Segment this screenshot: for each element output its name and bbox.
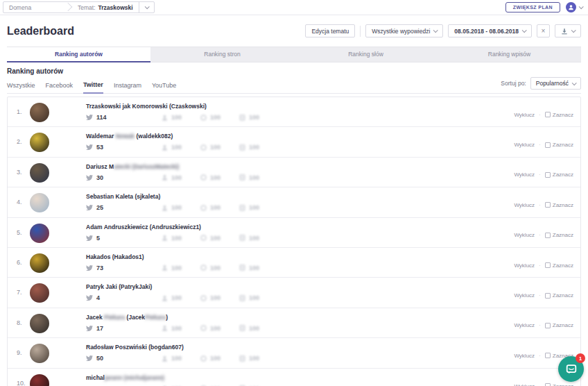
author-name[interactable]: Sebastian Kaleta (sjkaleta) <box>86 193 514 200</box>
dot-separator: · <box>539 322 541 328</box>
platform-tab-wszystkie[interactable]: Wszystkie <box>7 82 35 93</box>
author-avatar[interactable] <box>30 374 49 386</box>
platform-tab-youtube[interactable]: YouTube <box>152 82 176 93</box>
author-avatar[interactable] <box>30 103 49 122</box>
tab-ranking-wpisow[interactable]: Ranking wpisów <box>438 47 581 62</box>
dot-separator: · <box>539 202 541 208</box>
author-avatar[interactable] <box>30 314 49 333</box>
author-row: 5. Adam Andruszkiewicz (Andruszkiewicz1)… <box>8 218 580 248</box>
author-name[interactable]: Jacek Piekara (JacekPiekara) <box>86 314 514 321</box>
sort-dropdown[interactable]: Popularność <box>530 77 581 90</box>
avatar-cell <box>30 193 86 212</box>
select-author-control[interactable]: Zaznacz <box>545 171 573 178</box>
author-avatar[interactable] <box>30 283 49 303</box>
author-name[interactable]: Dariusz Matecki (DariuszMatecki) <box>86 163 514 170</box>
author-name[interactable]: Patryk Jaki (PatrykJaki) <box>86 283 514 290</box>
locked-stat-value: 100 <box>249 355 259 362</box>
twitter-icon <box>86 355 93 362</box>
exclude-link[interactable]: Wyklucz <box>514 232 535 238</box>
platform-tab-facebook[interactable]: Facebook <box>46 82 74 93</box>
locked-stat-value: 100 <box>210 174 220 181</box>
author-avatar[interactable] <box>30 253 49 273</box>
sort-value: Popularność <box>536 80 569 87</box>
clear-date-button[interactable]: × <box>537 24 550 37</box>
author-avatar[interactable] <box>30 344 49 363</box>
select-author-control[interactable]: Zaznacz <box>545 202 573 208</box>
author-avatar[interactable] <box>30 133 49 152</box>
tab-ranking-stron[interactable]: Ranking stron <box>150 47 294 62</box>
select-checkbox[interactable] <box>545 383 551 386</box>
person-icon <box>162 265 168 271</box>
author-name[interactable]: Waldemar Nowak (waldekk082) <box>86 133 514 140</box>
select-checkbox[interactable] <box>545 233 551 238</box>
author-avatar[interactable] <box>30 163 49 183</box>
select-checkbox[interactable] <box>545 293 551 299</box>
select-checkbox[interactable] <box>545 353 551 358</box>
chat-widget-button[interactable]: 1 <box>558 356 584 382</box>
select-checkbox[interactable] <box>545 262 551 268</box>
platform-tab-instagram[interactable]: Instagram <box>114 82 141 93</box>
locked-stat-posts: 100 <box>239 325 278 332</box>
platform-tab-twitter[interactable]: Twitter <box>83 81 103 94</box>
locked-stat-influence: 100 <box>162 114 200 121</box>
select-checkbox[interactable] <box>545 142 551 148</box>
tab-ranking-slow[interactable]: Ranking słów <box>294 47 438 62</box>
mentions-filter-dropdown[interactable]: Wszystkie wypowiedzi <box>365 24 443 37</box>
topic-value: Trzaskowski <box>98 4 133 11</box>
exclude-link[interactable]: Wyklucz <box>514 112 535 118</box>
select-checkbox[interactable] <box>545 323 551 328</box>
author-name[interactable]: Radosław Poszwiński (bogdan607) <box>86 344 514 351</box>
mention-count: 50 <box>86 355 162 362</box>
exclude-link[interactable]: Wyklucz <box>514 142 535 148</box>
select-checkbox[interactable] <box>545 172 551 178</box>
exclude-link[interactable]: Wyklucz <box>514 292 535 299</box>
rank-number: 5. <box>8 224 30 236</box>
user-menu[interactable] <box>566 2 582 12</box>
exclude-link[interactable]: Wyklucz <box>514 383 535 386</box>
exclude-link[interactable]: Wyklucz <box>514 202 535 208</box>
domain-segment[interactable]: Domena <box>3 2 64 12</box>
select-author-control[interactable]: Zaznacz <box>545 322 573 328</box>
author-name-blurred-segment: Piekara <box>104 314 125 321</box>
topic-segment[interactable]: Temat: Trzaskowski <box>71 2 139 12</box>
topic-selector[interactable]: Domena Temat: Trzaskowski <box>3 1 155 13</box>
author-name[interactable]: Trzaskowski jak Komorowski (Czaskowski) <box>86 103 514 110</box>
select-checkbox[interactable] <box>545 112 551 117</box>
select-checkbox[interactable] <box>545 202 551 208</box>
avatar-cell <box>30 314 86 333</box>
select-author-control[interactable]: Zaznacz <box>545 262 573 269</box>
topic-dropdown-toggle[interactable] <box>139 2 154 12</box>
author-name[interactable]: Adam Andruszkiewicz (Andruszkiewicz1) <box>86 224 514 230</box>
edit-topic-button[interactable]: Edycja tematu <box>305 24 355 37</box>
author-avatar[interactable] <box>30 224 49 243</box>
person-icon <box>162 295 168 301</box>
select-author-control[interactable]: Zaznacz <box>545 142 573 148</box>
locked-stat-reach: 100 <box>200 325 239 332</box>
author-row: 9. Radosław Poszwiński (bogdan607) 50 <box>8 338 580 368</box>
locked-stat-value: 100 <box>171 174 182 181</box>
select-author-control[interactable]: Zaznacz <box>545 292 573 299</box>
author-row: 8. Jacek Piekara (JacekPiekara) 17 <box>8 308 580 338</box>
upgrade-plan-button[interactable]: ZWIĘKSZ PLAN <box>505 2 560 12</box>
author-name[interactable]: michaljarann (michaljarann) <box>86 374 514 381</box>
exclude-link[interactable]: Wyklucz <box>514 171 535 178</box>
select-label: Zaznacz <box>553 262 573 269</box>
locked-stat-posts: 100 <box>239 294 278 301</box>
twitter-icon <box>86 144 93 151</box>
author-name[interactable]: Hakados (Hakados1) <box>86 253 514 260</box>
select-author-control[interactable]: Zaznacz <box>545 112 573 118</box>
user-avatar[interactable] <box>566 2 576 12</box>
page-title: Leaderboard <box>7 25 74 37</box>
exclude-link[interactable]: Wyklucz <box>514 353 535 359</box>
twitter-icon <box>86 204 93 211</box>
exclude-link[interactable]: Wyklucz <box>514 262 535 269</box>
author-avatar[interactable] <box>30 193 49 212</box>
date-range-dropdown[interactable]: 08.05.2018 - 08.06.2018 <box>448 24 532 37</box>
dot-separator: · <box>539 353 541 359</box>
export-button[interactable] <box>555 24 581 37</box>
select-author-control[interactable]: Zaznacz <box>545 232 573 238</box>
select-author-control[interactable]: Zaznacz <box>545 383 573 386</box>
exclude-link[interactable]: Wyklucz <box>514 322 535 328</box>
tab-ranking-autorow[interactable]: Ranking autorów <box>7 47 150 62</box>
ranking-tabs: Ranking autorów Ranking stron Ranking sł… <box>7 47 581 62</box>
